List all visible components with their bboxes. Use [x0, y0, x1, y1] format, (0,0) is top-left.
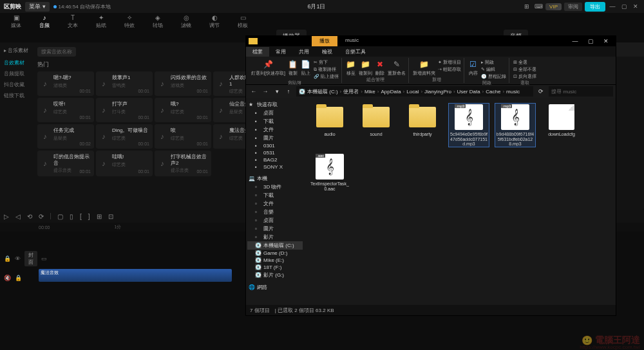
tree-item[interactable]: ▪0531 — [247, 149, 303, 156]
tool-button-10[interactable]: ⊡ — [108, 213, 113, 220]
breadcrumb-segment[interactable]: Mike — [365, 89, 375, 95]
tree-item[interactable]: 💻本機 — [247, 174, 303, 183]
breadcrumb-segment[interactable]: music — [506, 89, 520, 95]
copyto-button[interactable]: 📁複製到 — [359, 59, 372, 77]
recent-button[interactable]: ▾ — [272, 86, 282, 97]
tree-item[interactable]: ▫下載 — [247, 191, 303, 199]
category-tab-0[interactable]: ▣媒体 — [3, 13, 30, 30]
copy-button[interactable]: 📋複製 — [288, 59, 298, 77]
category-tab-5[interactable]: ◈转场 — [144, 13, 171, 30]
tool-button-3[interactable]: ⟳ — [39, 213, 44, 220]
up-button[interactable]: ↑ — [283, 86, 294, 97]
sound-card[interactable]: ♪哎呀!综艺类00:01 — [37, 98, 94, 122]
tree-item[interactable]: ▪文件 — [247, 125, 303, 134]
sound-card[interactable]: ♪任务完成悬疑类00:02 — [37, 124, 94, 149]
lock2-icon[interactable]: 🔒 — [15, 275, 22, 281]
breadcrumb-segment[interactable]: AppData — [381, 89, 401, 95]
explorer-titlebar[interactable]: 播放 music — ▢ ✕ — [246, 36, 616, 46]
minimize-icon[interactable]: — — [608, 2, 617, 11]
category-tab-3[interactable]: ✦贴纸 — [88, 13, 115, 30]
film-icon[interactable]: ▭ — [41, 255, 47, 262]
max-btn[interactable]: ▢ — [583, 37, 598, 46]
tree-item[interactable]: ▪SONY X — [247, 163, 303, 170]
tree-item[interactable]: ▪圖片 — [247, 134, 303, 142]
tree-item[interactable]: 🌐網路 — [247, 283, 303, 291]
tree-item[interactable]: ▪0301 — [247, 142, 303, 149]
tool-button-1[interactable]: ◁ — [15, 213, 21, 220]
menu-tab[interactable]: 檢視 — [316, 47, 339, 57]
properties-button[interactable]: ☑內容 — [468, 59, 478, 77]
tree-item[interactable]: ▫桌面 — [247, 216, 303, 225]
tool-button-5[interactable]: ▢ — [57, 213, 63, 220]
search-input[interactable]: 搜索音效名称 — [37, 47, 76, 57]
tool-button-6[interactable]: ▯ — [70, 213, 73, 220]
newitem-button[interactable]: ✦ 新增項目 — [438, 59, 461, 66]
export-button[interactable]: 导出 — [585, 2, 605, 12]
open-button[interactable]: ▸ 開啟 — [481, 59, 506, 66]
sound-card[interactable]: ♪鼓掌声1雷鸣类00:01 — [96, 71, 153, 96]
shortcut-icon[interactable]: ⌨ — [534, 2, 543, 11]
maximize-icon[interactable]: ▢ — [620, 2, 629, 11]
tree-item[interactable]: 💽Game (D:) — [247, 250, 303, 257]
breadcrumb-segment[interactable]: User Data — [457, 89, 480, 95]
invert-button[interactable]: ⊡ 反向選擇 — [513, 73, 536, 80]
file-item[interactable]: .aac𝄞TextInspectorTask_0.aac — [309, 152, 350, 192]
edit-button[interactable]: ✎ 編輯 — [481, 66, 506, 73]
music-category[interactable]: ▸ 音乐素材 — [0, 45, 33, 56]
refresh-button[interactable]: ⟳ — [536, 86, 546, 97]
tree-item[interactable]: ★快速存取 — [247, 100, 303, 109]
tool-button-8[interactable]: ] — [88, 213, 90, 220]
newfolder-button[interactable]: 📁新增資料夾 — [413, 59, 435, 77]
contextual-tab-play[interactable]: 播放 — [312, 36, 337, 46]
review-button[interactable]: 审阅 — [564, 3, 582, 11]
search-box[interactable]: 搜尋 music — [549, 86, 613, 97]
category-tab-7[interactable]: ◐调节 — [201, 13, 228, 30]
tree-item[interactable]: ▫圖片 — [247, 225, 303, 233]
sound-card[interactable]: ♪打字机械音效音声2提示音类00:01 — [155, 151, 211, 176]
file-item[interactable]: downLoadcfg — [541, 103, 582, 147]
sidebar-item[interactable]: 音频提取 — [0, 68, 33, 79]
tree-item[interactable]: ▫文件 — [247, 199, 303, 208]
tree-item[interactable]: ▪桌面 — [247, 109, 303, 117]
sound-card[interactable]: ♪唉综艺类00:01 — [155, 124, 211, 149]
sound-card[interactable]: ♪哦?综艺类00:01 — [155, 98, 211, 122]
category-tab-8[interactable]: ▭模板 — [229, 13, 256, 30]
tool-button-2[interactable]: ⟲ — [27, 213, 32, 220]
tree-item[interactable]: 💽18T (F:) — [247, 264, 303, 271]
back-button[interactable]: ← — [249, 86, 259, 97]
close-btn[interactable]: ✕ — [599, 37, 613, 46]
history-button[interactable]: 🕓 歷程記錄 — [481, 73, 506, 80]
eye-icon[interactable]: 👁 — [15, 255, 21, 262]
file-item[interactable]: audio — [309, 103, 350, 147]
address-bar[interactable]: 💽 本機磁碟 (C:)›使用者›Mike›AppData›Local›Jiany… — [296, 86, 533, 97]
tree-item[interactable]: ▫音樂 — [247, 208, 303, 216]
breadcrumb-segment[interactable]: Cache — [486, 89, 500, 95]
forward-button[interactable]: → — [260, 86, 270, 97]
tool-button-9[interactable]: ⊞ — [97, 213, 102, 220]
selectall-button[interactable]: ⊞ 全選 — [513, 59, 536, 66]
cover-toggle[interactable]: 封面 — [24, 251, 37, 266]
menu-button[interactable]: 菜单 ▾ — [25, 2, 50, 12]
tree-item[interactable]: ▫3D 物件 — [247, 183, 303, 191]
file-item[interactable]: .mp3𝄞b9d488b09f6716f45f631bdfeb02a128.mp… — [495, 103, 536, 147]
lock-icon[interactable]: 🔒 — [4, 255, 11, 262]
file-item[interactable]: .mp3𝄞5c9494e0e95f6b9f47d56addc077151d.mp… — [448, 103, 489, 147]
sound-card[interactable]: ♪闪烁效果的音效游戏类00:01 — [155, 71, 211, 96]
breadcrumb-segment[interactable]: 使用者 — [343, 88, 359, 95]
min-btn[interactable]: — — [568, 37, 582, 46]
layout-icon[interactable]: ⊞ — [522, 2, 531, 11]
pin-button[interactable]: 📌釘選到[快速存取] — [251, 59, 285, 77]
sound-card[interactable]: ♪哇哦!综艺类00:01 — [96, 151, 153, 176]
menu-tab[interactable]: 音樂工具 — [339, 47, 372, 57]
menu-tab[interactable]: 檔案 — [246, 47, 269, 57]
menu-tab[interactable]: 常用 — [269, 47, 292, 57]
mute-icon[interactable]: 🔇 — [4, 275, 11, 281]
paste-shortcut-button[interactable]: 🔗 貼上捷徑 — [314, 73, 339, 80]
tree-item[interactable]: ▪BAG2 — [247, 156, 303, 163]
close-icon[interactable]: ✕ — [631, 2, 640, 11]
file-item[interactable]: thirdparty — [402, 103, 443, 147]
sidebar-item[interactable]: 抖音收藏 — [0, 79, 33, 90]
sound-card[interactable]: ♪打字声打斗类00:01 — [96, 98, 153, 122]
tree-item[interactable]: ▪下載 — [247, 117, 303, 125]
sound-card[interactable]: ♪Ding。可做噪音综艺类00:01 — [96, 124, 153, 149]
